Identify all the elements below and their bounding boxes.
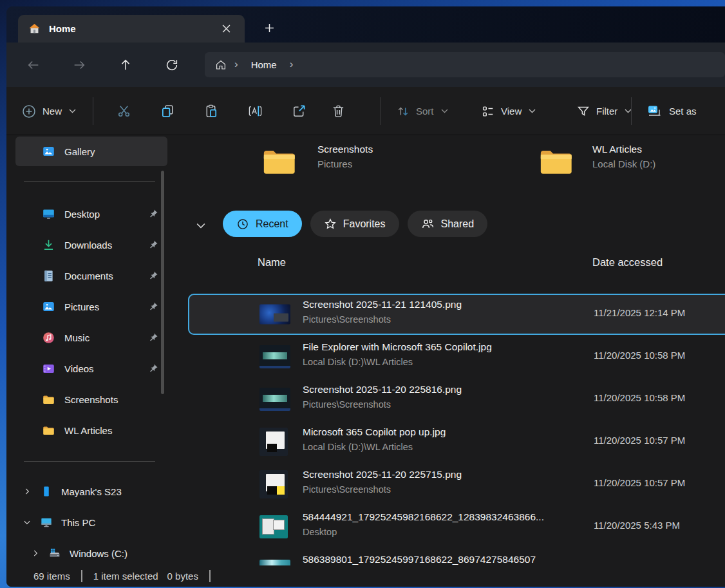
back-icon[interactable] [24,56,42,74]
refresh-icon[interactable] [163,56,181,74]
folder-icon [42,424,55,437]
sidebar-item-label: This PC [61,517,95,528]
navigation-bar: › Home › [6,43,725,87]
cut-button[interactable] [111,98,137,124]
paste-button[interactable] [198,98,224,124]
file-date-accessed: 11/20/2025 10:57 PM [594,435,685,446]
up-icon[interactable] [117,56,135,74]
funnel-icon [576,104,590,119]
sidebar: Gallery Desktop Downloads [6,135,185,565]
new-tab-icon[interactable] [260,19,278,36]
pin-icon [148,240,158,250]
chevron-right-icon[interactable] [31,549,40,558]
tab-label: Recent [256,218,288,230]
items-count: 69 items [33,571,70,582]
column-header-date-accessed[interactable]: Date accessed [592,256,663,269]
file-name: File Explorer with Microsoft 365 Copilot… [303,341,492,353]
new-button-label: New [42,106,62,117]
file-thumbnail [259,345,290,368]
folder-icon[interactable] [538,147,575,176]
file-row[interactable]: Microsoft 365 Copilot pop up.jpg Local D… [185,421,725,463]
selection-count: 1 item selected [93,571,158,582]
collapse-section-chevron-icon[interactable] [193,218,209,233]
file-row[interactable]: Screenshot 2025-11-20 225715.png Picture… [185,463,725,506]
file-row-selected[interactable]: Screenshot 2025-11-21 121405.png Picture… [185,293,725,336]
sort-arrows-icon [396,104,410,119]
command-bar: New Sort [6,87,725,135]
file-row[interactable]: File Explorer with Microsoft 365 Copilot… [185,336,725,378]
forward-icon[interactable] [70,56,88,74]
folder-icon[interactable] [261,147,298,176]
delete-button[interactable] [325,98,351,124]
share-button[interactable] [286,98,312,124]
quick-folder-location: Local Disk (D:) [592,157,655,171]
copy-button[interactable] [155,98,180,124]
filter-button-label: Filter [596,106,617,117]
sidebar-item-this-pc[interactable]: This PC [6,507,185,538]
selection-size: 0 bytes [167,571,198,582]
sidebar-item-gallery[interactable]: Gallery [15,137,167,166]
breadcrumb-home-icon[interactable] [215,59,227,71]
breadcrumb-segment-home[interactable]: Home [246,59,282,70]
sidebar-item-wl-articles[interactable]: WL Articles [6,415,185,446]
pin-icon [148,270,158,281]
file-thumbnail [259,470,288,498]
tab-shared[interactable]: Shared [408,211,488,237]
chevron-right-icon[interactable] [23,487,32,496]
sidebar-item-documents[interactable]: Documents [6,260,185,291]
address-bar[interactable]: › Home › [205,52,725,77]
quick-folder-name: Screenshots [317,142,373,157]
sidebar-item-label: Desktop [64,209,100,220]
file-location: Local Disk (D:)\WL Articles [303,442,413,452]
file-name: Screenshot 2025-11-21 121405.png [303,299,462,310]
desktop-icon [42,207,55,221]
documents-icon [42,269,55,283]
breadcrumb-separator[interactable]: › [290,59,294,71]
chevron-down-icon[interactable] [23,518,32,527]
quick-folder-screenshots[interactable]: Screenshots Pictures [317,142,373,171]
file-row-partial[interactable]: 586389801_17925245997168622_869742758465… [185,548,725,565]
sidebar-item-music[interactable]: Music [6,322,185,353]
file-name: Screenshot 2025-11-20 225816.png [303,384,462,395]
file-name: Screenshot 2025-11-20 225715.png [303,469,462,480]
quick-folder-wl-articles[interactable]: WL Articles Local Disk (D:) [592,142,655,171]
file-row[interactable]: Screenshot 2025-11-20 225816.png Picture… [185,378,725,421]
view-button[interactable]: View [481,87,536,135]
sidebar-divider [24,181,155,182]
pin-icon [148,301,158,312]
tab-recent[interactable]: Recent [223,211,302,237]
pin-icon [148,209,158,219]
new-button[interactable]: New [21,87,76,135]
quick-folder-name: WL Articles [592,142,655,157]
set-as-label: Set as [669,106,697,117]
sidebar-item-desktop[interactable]: Desktop [6,198,185,229]
sidebar-item-videos[interactable]: Videos [6,353,185,384]
tab-title: Home [49,23,209,34]
main-content: Screenshots Pictures WL Articles Local D… [185,135,725,565]
sidebar-item-mayanks-s23[interactable]: Mayank's S23 [6,476,185,507]
sort-button[interactable]: Sort [396,87,448,135]
filter-button[interactable]: Filter [576,87,632,135]
file-thumbnail [259,305,290,325]
set-as-background-button[interactable]: Set as [646,87,697,135]
sidebar-item-downloads[interactable]: Downloads [6,229,185,260]
close-tab-icon[interactable] [218,21,234,37]
rename-button[interactable] [242,98,268,124]
clock-icon [236,218,249,231]
sidebar-item-label: Music [64,332,89,343]
tab-favorites[interactable]: Favorites [310,211,399,237]
sidebar-item-pictures[interactable]: Pictures [6,291,185,322]
sidebar-item-screenshots[interactable]: Screenshots [6,384,185,415]
sidebar-item-label: Gallery [64,146,95,157]
chevron-down-icon [441,109,448,113]
sidebar-scrollbar[interactable] [161,171,164,394]
chevron-down-icon [529,109,536,113]
file-location: Desktop [303,527,337,537]
view-button-label: View [501,106,522,117]
file-date-accessed: 11/20/2025 5:43 PM [594,520,680,531]
file-row[interactable]: 584444921_17925245982168622_128398324638… [185,506,725,548]
phone-icon [40,485,53,498]
column-header-name[interactable]: Name [258,256,286,269]
tab-home[interactable]: Home [18,15,245,43]
sidebar-item-windows-c[interactable]: Windows (C:) [6,538,185,569]
